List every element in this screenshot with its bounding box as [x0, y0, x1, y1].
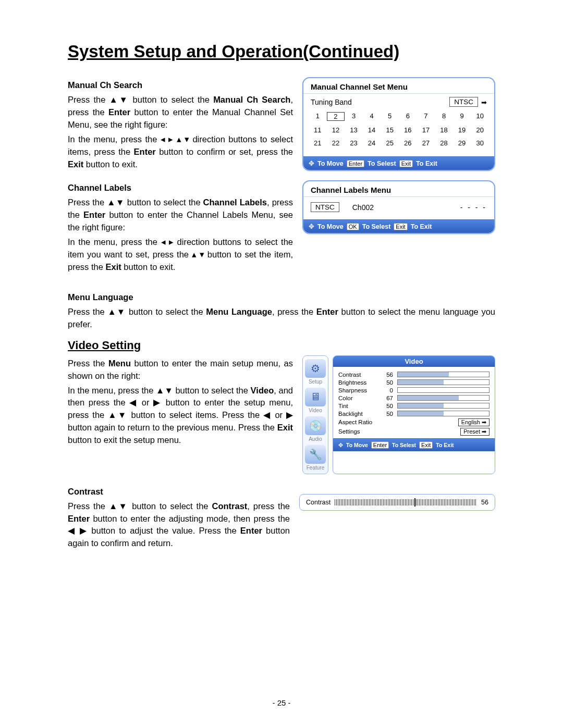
video-menu: Video Contrast56Brightness50Sharpness0Co… [333, 355, 495, 474]
contrast-heading: Contrast [68, 487, 103, 496]
channel-cell: 14 [363, 126, 381, 134]
video-row-aspect: Aspect RatioEnglish ➡ [338, 418, 489, 426]
fig-video: ⚙Setup🖥Video💿Audio🔧Feature Video Contras… [302, 355, 495, 474]
fig-manual-footer: ✥ To Move Enter To Selest Exit To Exit [303, 156, 494, 170]
manual-p2: In the menu, press the ◂ ▸ ▴ ▾ direction… [68, 133, 293, 171]
manual-p1: Press the ▲▼ button to select the Manual… [68, 94, 293, 131]
fig-video-footer: ✥ To Move Enter To Selest Exit To Exit [333, 438, 495, 451]
labels-p2: In the menu, press the ◂ ▸ direction but… [68, 236, 293, 274]
channel-cell: 10 [471, 112, 489, 121]
section-video: Press the Menu button to enter the main … [68, 355, 495, 474]
video-menu-title: Video [333, 356, 495, 367]
channel-cell: 2 [327, 112, 345, 121]
labels-ntsc: NTSC [311, 202, 339, 212]
channel-cell: 9 [453, 112, 471, 121]
channel-cell: 11 [309, 126, 327, 134]
dpad-icon: ✥ [309, 159, 314, 167]
channel-cell: 28 [435, 139, 453, 147]
side-item-video: 🖥Video [305, 388, 326, 413]
channel-cell: 29 [453, 139, 471, 147]
dpad-icon: ✥ [338, 442, 343, 448]
fig-manual-tuning: Tuning Band NTSC [303, 94, 494, 110]
manual-text: Manual Ch Search Press the ▲▼ button to … [68, 77, 293, 276]
side-item-feature: 🔧Feature [305, 445, 326, 471]
video-row: Backlight50 [338, 411, 489, 417]
lang-heading: Menu Language [68, 292, 133, 302]
side-item-audio: 💿Audio [305, 416, 326, 442]
contrast-bar-value: 56 [481, 499, 488, 506]
contrast-bar-label: Contrast [306, 499, 331, 506]
labels-heading: Channel Labels [68, 183, 131, 192]
page: System Setup and Operation(Continued) Ma… [0, 0, 563, 728]
channel-cell: 25 [381, 139, 399, 147]
channel-cell: 22 [327, 139, 345, 147]
video-row: Sharpness0 [338, 387, 489, 393]
audio-icon: 💿 [305, 416, 326, 435]
video-p2: In the menu, press the ▲▼ button to sele… [68, 385, 293, 447]
video-icon: 🖥 [305, 388, 326, 406]
setup-icon: ⚙ [305, 359, 326, 378]
channel-cell: 16 [399, 126, 417, 134]
fig-labels-title: Channel Labels Menu [303, 181, 494, 197]
fig-contrast: Contrast 56 [299, 484, 495, 552]
channel-cell: 21 [309, 139, 327, 147]
video-row: Brightness50 [338, 379, 489, 386]
video-heading: Video Setting [68, 339, 495, 352]
fig-labels-footer: ✥ To Move OK To Selest Exit To Exit [303, 219, 494, 233]
channel-cell: 5 [381, 112, 399, 121]
contrast-bar-scale [335, 499, 477, 505]
channel-cell: 17 [417, 126, 435, 134]
channel-cell: 18 [435, 126, 453, 134]
channel-cell: 13 [345, 126, 363, 134]
video-menu-body: Contrast56Brightness50Sharpness0Color67T… [333, 367, 495, 438]
video-row-settings: SettingsPreset ➡ [338, 428, 489, 436]
labels-dashes: - - - - [460, 203, 487, 212]
video-row: Contrast56 [338, 372, 489, 378]
manual-heading: Manual Ch Search [68, 80, 142, 90]
lang-p1: Press the ▲▼ button to select the Menu L… [68, 306, 495, 331]
page-number: - 25 - [0, 698, 563, 707]
channel-cell: 19 [453, 126, 471, 134]
right-arrow-icon [481, 98, 487, 106]
section-contrast: Contrast Press the ▲▼ button to select t… [68, 484, 495, 552]
video-row: Color67 [338, 395, 489, 401]
fig-column-1: Manual Channel Set Menu Tuning Band NTSC… [302, 77, 495, 276]
contrast-bar-marker [414, 498, 415, 507]
contrast-text: Contrast Press the ▲▼ button to select t… [68, 484, 290, 552]
video-row: Tint50 [338, 403, 489, 409]
section-language: Menu Language Press the ▲▼ button to sel… [68, 291, 495, 331]
channel-cell: 7 [417, 112, 435, 121]
channel-cell: 24 [363, 139, 381, 147]
page-title: System Setup and Operation(Continued) [68, 42, 495, 61]
tuning-band-value: NTSC [449, 97, 478, 107]
channel-cell: 26 [399, 139, 417, 147]
channel-cell: 15 [381, 126, 399, 134]
channel-cell: 27 [417, 139, 435, 147]
labels-ch: Ch002 [352, 203, 374, 212]
tuning-band-label: Tuning Band [311, 98, 352, 106]
video-side-icons: ⚙Setup🖥Video💿Audio🔧Feature [302, 355, 328, 474]
fig-labels-body: NTSC Ch002 - - - - [303, 197, 494, 219]
feature-icon: 🔧 [305, 445, 326, 464]
fig-labels-window: Channel Labels Menu NTSC Ch002 - - - - ✥… [302, 180, 495, 234]
video-text: Press the Menu button to enter the main … [68, 355, 293, 474]
side-item-setup: ⚙Setup [305, 359, 326, 385]
fig-manual-window: Manual Channel Set Menu Tuning Band NTSC… [302, 77, 495, 171]
contrast-bar-window: Contrast 56 [299, 494, 495, 511]
channel-cell: 23 [345, 139, 363, 147]
fig-manual-title: Manual Channel Set Menu [303, 78, 494, 94]
channel-cell: 12 [327, 126, 345, 134]
channel-cell: 8 [435, 112, 453, 121]
channel-cell: 20 [471, 126, 489, 134]
channel-cell: 1 [309, 112, 327, 121]
channel-cell: 4 [363, 112, 381, 121]
contrast-p1: Press the ▲▼ button to select the Contra… [68, 500, 290, 550]
channel-cell: 30 [471, 139, 489, 147]
video-p1: Press the Menu button to enter the main … [68, 357, 293, 382]
channel-cell: 6 [399, 112, 417, 121]
labels-p1: Press the ▲▼ button to select the Channe… [68, 196, 293, 234]
dpad-icon: ✥ [309, 223, 314, 230]
channel-grid: 1234567891011121314151617181920212223242… [303, 110, 494, 156]
section-manual: Manual Ch Search Press the ▲▼ button to … [68, 77, 495, 276]
channel-cell: 3 [345, 112, 363, 121]
